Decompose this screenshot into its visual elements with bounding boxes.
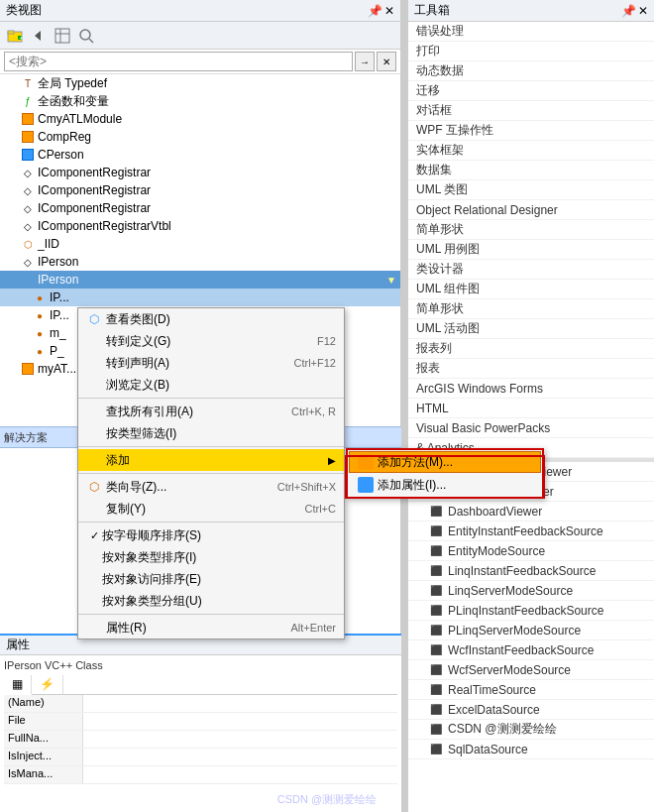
pin-icon[interactable]: 📌: [368, 4, 382, 18]
toolbox-item-entitymode[interactable]: ⬛ EntityModeSource: [408, 541, 654, 561]
toolbox-icon-csdn: ⬛: [428, 722, 444, 738]
toolbox-item-linqinstant[interactable]: ⬛ LinqInstantFeedbackSource: [408, 561, 654, 581]
back-btn[interactable]: [28, 25, 50, 47]
toolbox-label-ord: Object Relational Designer: [416, 203, 558, 217]
search-input[interactable]: [4, 52, 353, 71]
toolbox-item-uml-activity[interactable]: UML 活动图: [408, 319, 654, 339]
settings-btn[interactable]: [52, 25, 73, 47]
close-icon[interactable]: ✕: [384, 4, 394, 18]
toolbox-item-wcfserver[interactable]: ⬛ WcfServerModeSource: [408, 660, 654, 680]
prop-label-ismana: IsMana...: [4, 766, 83, 783]
toolbox-item-simple1[interactable]: 简单形状: [408, 220, 654, 240]
toolbox-item-wpf[interactable]: WPF 互操作性: [408, 121, 654, 141]
menu-label: 按对象类型分组(U): [102, 593, 202, 610]
toolbox-item-csdn[interactable]: ⬛ CSDN @测测爱绘绘: [408, 720, 654, 740]
new-folder-btn[interactable]: +: [4, 25, 26, 47]
submenu-add-prop[interactable]: 添加属性(I)...: [349, 474, 541, 496]
toolbox-item-simple2[interactable]: 简单形状: [408, 299, 654, 319]
toolbox-item-migrate[interactable]: 迁移: [408, 81, 654, 101]
toolbox-item-excel[interactable]: ⬛ ExcelDataSource: [408, 700, 654, 720]
toolbox-item-linqserver[interactable]: ⬛ LinqServerModeSource: [408, 581, 654, 601]
toolbox-item-html[interactable]: HTML: [408, 399, 654, 418]
tree-item-iperson1[interactable]: ◇ IPerson: [0, 253, 400, 271]
menu-goto-decl[interactable]: 转到声明(A) Ctrl+F12: [78, 352, 344, 374]
class-icon-myat: [20, 361, 36, 377]
tree-item-label: IComponentRegistrar: [38, 201, 151, 215]
class-wizard-icon: ⬡: [86, 479, 102, 495]
tree-item-icomponent2[interactable]: ◇ IComponentRegistrar: [0, 181, 400, 199]
menu-sort-access[interactable]: 按对象访问排序(E): [78, 568, 344, 590]
toolbox-item-entityinstant[interactable]: ⬛ EntityInstantFeedbackSource: [408, 522, 654, 541]
toolbox-icon-linqserver: ⬛: [428, 583, 444, 599]
toolbox-item-dataset[interactable]: 数据集: [408, 161, 654, 180]
toolbox-item-report-col[interactable]: 报表列: [408, 339, 654, 359]
tree-item-label: IComponentRegistrar: [38, 166, 151, 179]
toolbox-item-dashview[interactable]: ⬛ DashboardViewer: [408, 502, 654, 522]
toolbox-item-uml-usecase[interactable]: UML 用例图: [408, 240, 654, 260]
toolbox-label-entitymode: EntityModeSource: [448, 544, 545, 558]
toolbox-label-realtime: RealTimeSource: [448, 683, 536, 697]
tree-item-icomponentvtbl[interactable]: ◇ IComponentRegistrarVtbl: [0, 217, 400, 235]
tree-item-typedef[interactable]: T 全局 Typedef: [0, 74, 400, 92]
tree-item-iperson2[interactable]: IPerson ▼: [0, 271, 400, 289]
toolbox-item-dynamic[interactable]: 动态数据: [408, 61, 654, 81]
toolbox-close-icon[interactable]: ✕: [638, 4, 648, 18]
menu-sort-alpha[interactable]: ✓ 按字母顺序排序(S): [78, 524, 344, 546]
tree-item-cmyatlmodule[interactable]: CmyATLModule: [0, 110, 400, 128]
submenu-label-2: 添加属性(I)...: [378, 477, 446, 494]
submenu-add-method[interactable]: 添加方法(M)...: [349, 451, 541, 473]
tree-item-label: IComponentRegistrar: [38, 183, 151, 197]
menu-view-class[interactable]: ⬡ 查看类图(D): [78, 308, 344, 330]
toolbox-item-print[interactable]: 打印: [408, 42, 654, 61]
prop-tab-grid[interactable]: ▦: [4, 675, 32, 695]
menu-browse-def[interactable]: 浏览定义(B): [78, 374, 344, 396]
toolbox-item-uml-class[interactable]: UML 类图: [408, 180, 654, 200]
toolbox-label-linqserver: LinqServerModeSource: [448, 584, 573, 598]
prop-tab-events[interactable]: ⚡: [32, 675, 63, 694]
toolbox-pin-icon[interactable]: 📌: [621, 4, 636, 18]
properties-content: IPerson VC++ Class ▦ ⚡ (Name) File FullN…: [0, 655, 401, 788]
toolbox-item-entity[interactable]: 实体框架: [408, 141, 654, 161]
tree-item-icomponent3[interactable]: ◇ IComponentRegistrar: [0, 199, 400, 217]
toolbox-item-ord[interactable]: Object Relational Designer: [408, 200, 654, 220]
toolbox-icon-dashview: ⬛: [428, 504, 444, 520]
tree-item-ip1[interactable]: ● IP...: [0, 289, 400, 306]
toolbox-item-plinqinstant[interactable]: ⬛ PLinqInstantFeedbackSource: [408, 601, 654, 621]
toolbox-item-uml-component[interactable]: UML 组件图: [408, 280, 654, 299]
prop-value-isinject: [83, 749, 91, 765]
tree-item-cperson[interactable]: CPerson: [0, 146, 400, 164]
menu-add[interactable]: 添加 ▶ 添加方法(M)... 添加属性(I)...: [78, 449, 344, 471]
toolbox-item-error[interactable]: 错误处理: [408, 22, 654, 42]
menu-sort-type[interactable]: 按对象类型排序(I): [78, 546, 344, 568]
menu-find-refs[interactable]: 查找所有引用(A) Ctrl+K, R: [78, 401, 344, 422]
toolbox-item-wcfinstant[interactable]: ⬛ WcfInstantFeedbackSource: [408, 640, 654, 660]
menu-filter-type[interactable]: 按类型筛选(I): [78, 422, 344, 444]
toolbox-item-realtime[interactable]: ⬛ RealTimeSource: [408, 680, 654, 700]
search-clear-btn[interactable]: ✕: [377, 52, 396, 71]
tree-item-label: P_: [50, 344, 64, 358]
tree-item-icomponent1[interactable]: ◇ IComponentRegistrar: [0, 164, 400, 181]
toolbox-item-report[interactable]: 报表: [408, 359, 654, 379]
tree-item-globals[interactable]: ƒ 全函数和变量: [0, 92, 400, 110]
submenu-label: 添加方法(M)...: [378, 454, 453, 471]
menu-group-type[interactable]: 按对象类型分组(U): [78, 590, 344, 612]
tree-item-compreg[interactable]: CompReg: [0, 128, 400, 146]
filter-type-icon: [86, 425, 102, 441]
toolbox-item-vbpowerpacks[interactable]: Visual Basic PowerPacks: [408, 418, 654, 438]
menu-properties[interactable]: 属性(R) Alt+Enter: [78, 617, 344, 638]
toolbox-item-sql[interactable]: ⬛ SqlDataSource: [408, 740, 654, 759]
toolbox-item-dialog[interactable]: 对话框: [408, 101, 654, 121]
search-go-btn[interactable]: →: [355, 52, 375, 71]
toolbox-label-excel: ExcelDataSource: [448, 703, 540, 717]
svg-rect-1: [8, 31, 14, 34]
search-settings-btn[interactable]: [75, 25, 97, 47]
toolbox-item-classdesign[interactable]: 类设计器: [408, 260, 654, 280]
menu-goto-def[interactable]: 转到定义(G) F12: [78, 330, 344, 352]
menu-sep-4: [78, 522, 344, 522]
prop-row-isinject: IsInject...: [4, 749, 397, 766]
tree-item-iid[interactable]: ⬡ _IID: [0, 235, 400, 253]
menu-copy[interactable]: 复制(Y) Ctrl+C: [78, 498, 344, 520]
toolbox-item-plinqserver[interactable]: ⬛ PLinqServerModeSource: [408, 621, 654, 640]
menu-class-wizard[interactable]: ⬡ 类向导(Z)... Ctrl+Shift+X: [78, 476, 344, 498]
toolbox-item-arcgis[interactable]: ArcGIS Windows Forms: [408, 379, 654, 399]
